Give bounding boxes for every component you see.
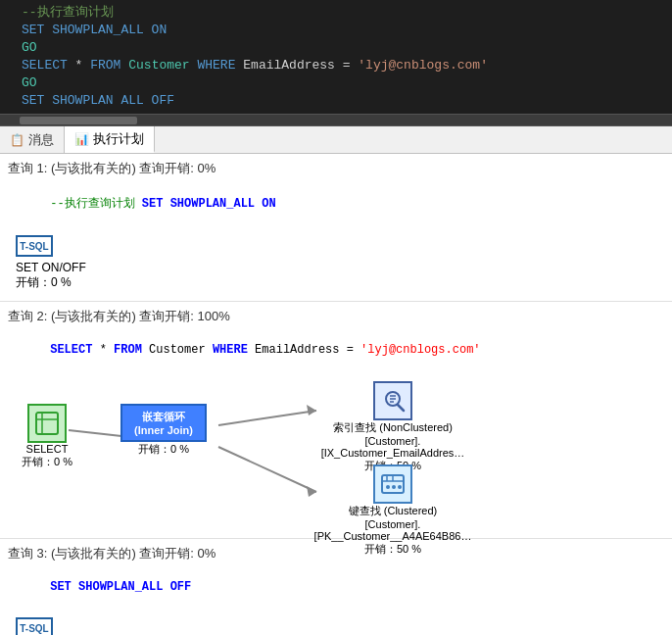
tsql-badge-3: T-SQL [16, 617, 53, 635]
tab-execution-plan[interactable]: 📊 执行计划 [65, 126, 155, 153]
query-2-sql: SELECT * FROM Customer WHERE EmailAddres… [8, 329, 664, 370]
index-sublabel: [Customer].[IX_Customer_EmailAddres… [310, 435, 476, 459]
results-area: 查询 1: (与该批有关的) 查询开销: 0% --执行查询计划 SET SHO… [0, 154, 672, 635]
select-cost: 开销：0 % [22, 455, 72, 469]
loop-box[interactable]: 嵌套循环 (Inner Join) [120, 404, 207, 442]
tab-messages-label: 消息 [28, 131, 54, 149]
key-lookup-node: 键查找 (Clustered) [Customer].[PK__Customer… [310, 464, 476, 557]
plan-icon: 📊 [74, 132, 89, 146]
query-1-header: 查询 1: (与该批有关的) 查询开销: 0% [8, 160, 664, 177]
loop-sublabel: (Inner Join) [128, 424, 199, 436]
loop-label: 嵌套循环 [128, 410, 199, 424]
query-3-sql: SET SHOWPLAN_ALL OFF [8, 566, 664, 608]
key-icon [373, 464, 412, 504]
key-sublabel: [Customer].[PK__Customer__A4AE64B86… [310, 518, 476, 542]
query-3-plan: T-SQL SET ON/OFF 开销：0 % [8, 613, 664, 635]
svg-rect-6 [36, 413, 58, 434]
code-text: SELECT * FROM Customer WHERE EmailAddres… [18, 57, 488, 74]
key-svg [380, 471, 406, 497]
code-line-1: --执行查询计划 [0, 4, 672, 22]
code-line-2: SET SHOWPLAN_ALL ON [0, 22, 672, 39]
key-cost: 开销：50 % [364, 542, 421, 557]
select-node: SELECT 开销：0 % [22, 404, 72, 469]
scrollbar-thumb[interactable] [20, 117, 137, 124]
select-icon [27, 404, 67, 443]
query-2-section: 查询 2: (与该批有关的) 查询开销: 100% SELECT * FROM … [0, 302, 672, 539]
select-svg [34, 411, 60, 436]
index-svg [380, 388, 406, 414]
code-text: GO [18, 39, 37, 57]
code-line-4: SELECT * FROM Customer WHERE EmailAddres… [0, 57, 672, 74]
loop-node[interactable]: 嵌套循环 (Inner Join) 开销：0 % [120, 404, 207, 457]
query-1-node-label: SET ON/OFF [16, 261, 656, 274]
index-icon [373, 381, 412, 420]
select-label: SELECT [26, 443, 69, 455]
code-line-5: GO [0, 74, 672, 92]
query-1-plan: T-SQL SET ON/OFF 开销：0 % [8, 231, 664, 295]
query-2-header: 查询 2: (与该批有关的) 查询开销: 100% [8, 308, 664, 325]
svg-line-10 [398, 405, 404, 411]
svg-line-1 [218, 411, 316, 425]
query-1-sql: --执行查询计划 SET SHOWPLAN_ALL ON [8, 181, 664, 225]
code-text: SET SHOWPLAN_ALL ON [18, 22, 167, 39]
code-comment: --执行查询计划 [18, 4, 114, 22]
key-label: 键查找 (Clustered) [349, 504, 437, 518]
tab-plan-label: 执行计划 [93, 130, 144, 148]
horizontal-scrollbar[interactable] [0, 115, 672, 126]
svg-point-19 [392, 485, 396, 489]
code-line-6: SET SHOWPLAN ALL OFF [0, 92, 672, 110]
messages-icon: 📋 [10, 133, 24, 147]
svg-line-2 [218, 447, 316, 492]
code-text: GO [18, 74, 37, 92]
loop-cost: 开销：0 % [120, 442, 207, 457]
tsql-badge-1: T-SQL [16, 235, 53, 257]
code-line-3: GO [0, 39, 672, 57]
tab-bar: 📋 消息 📊 执行计划 [0, 126, 672, 154]
svg-point-20 [398, 485, 402, 489]
plan-diagram: SELECT 开销：0 % 嵌套循环 (Inner Join) 开销：0 % [8, 376, 664, 528]
code-text: SET SHOWPLAN ALL OFF [18, 92, 174, 110]
code-editor: --执行查询计划 SET SHOWPLAN_ALL ON GO SELECT *… [0, 0, 672, 115]
query-1-cost: 开销：0 % [16, 274, 656, 291]
index-label: 索引查找 (NonClustered) [333, 420, 453, 435]
index-seek-node: 索引查找 (NonClustered) [Customer].[IX_Custo… [310, 381, 476, 473]
svg-point-18 [386, 485, 390, 489]
query-1-section: 查询 1: (与该批有关的) 查询开销: 0% --执行查询计划 SET SHO… [0, 154, 672, 302]
tab-messages[interactable]: 📋 消息 [0, 126, 65, 153]
